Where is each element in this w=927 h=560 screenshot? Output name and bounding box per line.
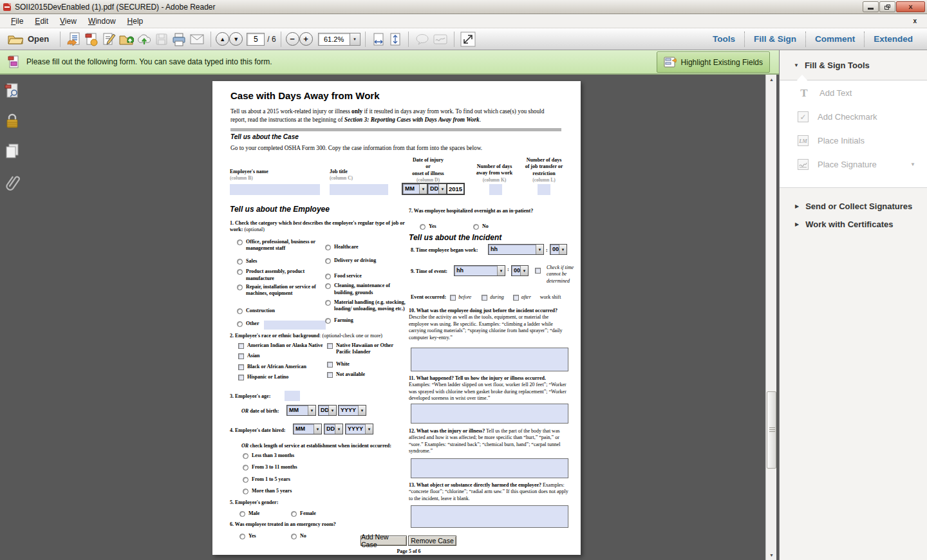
event-hour-dropdown[interactable]: hh▼	[454, 265, 505, 276]
highlight-fields-button[interactable]: Highlight Existing Fields	[657, 51, 770, 73]
radio-construction[interactable]	[237, 308, 243, 314]
q11-answer-textarea[interactable]	[411, 404, 568, 424]
days-transfer-input[interactable]	[538, 184, 550, 195]
layers-button[interactable]	[5, 143, 20, 162]
radio-3-11-months[interactable]	[243, 465, 248, 471]
menu-help[interactable]: Help	[122, 15, 149, 28]
caret-down-icon[interactable]: ▼	[910, 162, 915, 167]
open-button[interactable]: Open	[5, 32, 55, 46]
page-number-input[interactable]: 5	[247, 33, 265, 46]
checkbox-during-shift[interactable]	[482, 295, 487, 301]
dob-day-dropdown[interactable]: DD▼	[318, 405, 337, 416]
checkbox-asian[interactable]	[238, 353, 244, 359]
zoom-out-button[interactable]: −	[286, 32, 299, 46]
scrollbar-thumb[interactable]	[767, 391, 776, 469]
upload-cloud-button[interactable]	[135, 31, 153, 48]
menu-edit[interactable]: Edit	[29, 15, 54, 28]
security-button[interactable]	[5, 113, 20, 132]
menu-file[interactable]: File	[5, 15, 29, 28]
radio-less-3-months[interactable]	[243, 453, 248, 459]
radio-product-assembly[interactable]	[237, 269, 243, 275]
add-checkmark-tool[interactable]: ✓ Add Checkmark	[780, 105, 927, 129]
place-initials-tool[interactable]: LM Place Initials	[780, 129, 927, 153]
vertical-scrollbar[interactable]: ▲ ▼	[765, 75, 776, 560]
tab-tools[interactable]: Tools	[704, 32, 744, 46]
radio-er-yes[interactable]	[239, 534, 245, 539]
q13-answer-textarea[interactable]	[411, 505, 568, 528]
scroll-up-icon[interactable]: ▲	[766, 75, 777, 84]
work-start-minute-dropdown[interactable]: 00▼	[550, 244, 567, 255]
email-button[interactable]	[188, 32, 206, 46]
checkbox-hawaiian[interactable]	[327, 343, 333, 349]
dob-month-dropdown[interactable]: MM▼	[286, 405, 316, 416]
checkbox-time-undetermined[interactable]	[535, 268, 541, 274]
radio-farming[interactable]	[325, 318, 331, 324]
checkbox-black[interactable]	[238, 364, 244, 370]
previous-page-button[interactable]: ▲	[216, 32, 229, 46]
radio-female[interactable]	[291, 511, 297, 517]
checkbox-before-shift[interactable]	[450, 295, 456, 301]
tab-comment[interactable]: Comment	[806, 32, 864, 46]
share-document-button[interactable]	[65, 30, 82, 48]
employee-name-input[interactable]	[230, 184, 320, 195]
menubar-close-icon[interactable]: x	[908, 17, 922, 24]
q10-answer-textarea[interactable]	[411, 348, 568, 371]
close-button[interactable]: X	[896, 1, 925, 12]
reading-mode-button[interactable]	[459, 30, 477, 48]
add-new-case-button[interactable]: Add New Case	[360, 536, 407, 546]
radio-repair[interactable]	[237, 285, 243, 290]
scroll-down-icon[interactable]: ▼	[766, 550, 777, 560]
radio-hospital-yes[interactable]	[420, 224, 426, 230]
radio-food-service[interactable]	[325, 274, 331, 279]
page-thumbnails-button[interactable]	[5, 82, 20, 102]
menu-window[interactable]: Window	[82, 15, 122, 28]
add-text-tool[interactable]: T Add Text	[780, 81, 927, 105]
checkbox-after-shift[interactable]	[513, 295, 519, 301]
radio-healthcare[interactable]	[325, 245, 331, 250]
hired-year-dropdown[interactable]: YYYY▼	[345, 424, 373, 434]
work-start-hour-dropdown[interactable]: hh▼	[488, 244, 544, 255]
create-pdf-button[interactable]	[82, 30, 100, 48]
event-minute-dropdown[interactable]: 00▼	[511, 265, 529, 276]
dob-year-dropdown[interactable]: YYYY▼	[338, 405, 366, 416]
age-input[interactable]	[285, 391, 300, 401]
radio-male[interactable]	[239, 511, 245, 517]
radio-hospital-no[interactable]	[473, 224, 479, 230]
injury-day-dropdown[interactable]: DD▼	[427, 183, 447, 194]
injury-month-dropdown[interactable]: MM▼	[402, 183, 427, 194]
checkbox-hispanic[interactable]	[238, 375, 244, 380]
menu-view[interactable]: View	[54, 15, 82, 28]
days-away-input[interactable]	[489, 184, 502, 195]
radio-more-5-years[interactable]	[243, 489, 248, 494]
comment-bubble-button[interactable]	[413, 32, 431, 47]
radio-er-no[interactable]	[291, 534, 297, 539]
radio-sales[interactable]	[237, 259, 243, 265]
zoom-dropdown-button[interactable]: ▼	[350, 33, 360, 46]
q12-answer-textarea[interactable]	[411, 458, 568, 478]
attachments-button[interactable]	[5, 173, 20, 194]
fit-page-button[interactable]	[387, 31, 404, 48]
save-to-cloud-folder-button[interactable]	[117, 31, 135, 48]
zoom-in-button[interactable]: +	[299, 32, 313, 46]
checkbox-not-available[interactable]	[327, 372, 333, 378]
job-title-input[interactable]	[330, 184, 388, 195]
checkbox-white[interactable]	[327, 362, 333, 368]
radio-cleaning[interactable]	[325, 283, 331, 289]
radio-delivery[interactable]	[325, 258, 331, 264]
radio-office[interactable]	[237, 239, 243, 245]
radio-1-5-years[interactable]	[243, 477, 248, 483]
tab-fill-sign[interactable]: Fill & Sign	[745, 32, 805, 46]
fit-width-button[interactable]	[370, 31, 387, 48]
place-signature-tool[interactable]: Place Signature ▼	[780, 153, 927, 176]
print-button[interactable]	[170, 31, 188, 48]
radio-other[interactable]	[237, 321, 243, 327]
tab-extended[interactable]: Extended	[865, 32, 922, 46]
checkbox-american-indian[interactable]	[238, 343, 244, 349]
zoom-level-input[interactable]: 61.2%	[318, 33, 350, 46]
save-button[interactable]	[153, 31, 170, 48]
hired-day-dropdown[interactable]: DD▼	[324, 424, 343, 434]
send-collect-signatures-section[interactable]: ▶ Send or Collect Signatures	[780, 197, 927, 215]
signature-tool-button[interactable]	[431, 32, 449, 47]
radio-material-handling[interactable]	[325, 300, 331, 306]
hired-month-dropdown[interactable]: MM▼	[293, 424, 322, 434]
